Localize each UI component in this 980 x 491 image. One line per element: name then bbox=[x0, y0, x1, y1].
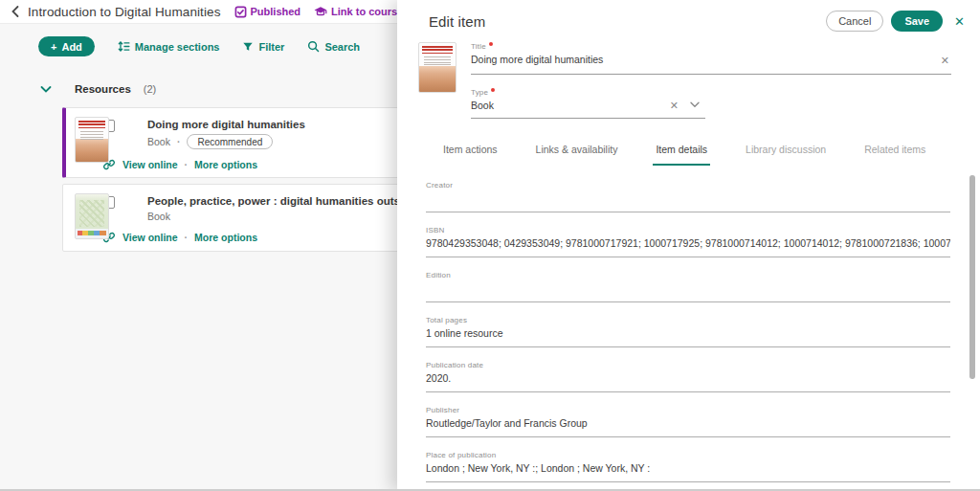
item-type: Book bbox=[147, 136, 170, 147]
book-cover-thumbnail bbox=[75, 117, 109, 163]
search-button[interactable]: Search bbox=[307, 40, 360, 53]
published-check-icon bbox=[234, 6, 247, 18]
field-label: Publication date bbox=[426, 361, 950, 369]
search-icon bbox=[307, 40, 320, 53]
tab-library-discussion[interactable]: Library discussion bbox=[743, 144, 829, 166]
collapse-section-button[interactable] bbox=[40, 85, 52, 94]
required-indicator bbox=[489, 42, 493, 46]
type-field-label: Type bbox=[471, 88, 705, 97]
published-label: Published bbox=[251, 6, 301, 17]
field-value[interactable]: 2020. bbox=[426, 372, 950, 385]
view-online-link[interactable]: View online bbox=[122, 232, 178, 243]
section-count: (2) bbox=[144, 83, 156, 95]
title-field-value[interactable]: Doing more digital humanities bbox=[471, 54, 951, 66]
type-field[interactable]: Type Book ✕ bbox=[471, 88, 705, 119]
filter-label: Filter bbox=[258, 41, 284, 53]
head-fields: Title Doing more digital humanities ✕ Ty… bbox=[471, 42, 951, 119]
total-pages-field[interactable]: Total pages 1 online resource bbox=[426, 316, 950, 347]
separator-dot: · bbox=[185, 159, 189, 170]
filter-funnel-icon bbox=[242, 41, 254, 53]
field-value[interactable]: London ; New York, NY :; London ; New Yo… bbox=[426, 462, 950, 475]
field-label: Place of publication bbox=[426, 451, 950, 459]
field-label: Publisher bbox=[426, 406, 950, 414]
cancel-button[interactable]: Cancel bbox=[826, 11, 883, 32]
resources-section-header: Resources (2) bbox=[40, 83, 156, 95]
place-of-publication-field[interactable]: Place of publication London ; New York, … bbox=[426, 451, 950, 482]
reading-list-app: Introduction to Digital Humanities Publi… bbox=[0, 0, 980, 491]
list-toolbar: + Add Manage sections Filter Search bbox=[38, 36, 360, 56]
chevron-left-icon bbox=[10, 5, 21, 18]
graduation-cap-icon bbox=[314, 6, 327, 18]
edit-panel-header: Edit item Cancel Save ✕ bbox=[397, 0, 980, 32]
plus-icon: + bbox=[51, 41, 56, 53]
required-indicator bbox=[491, 88, 495, 92]
tab-item-details[interactable]: Item details bbox=[653, 144, 710, 166]
edition-field[interactable]: Edition bbox=[426, 271, 950, 302]
field-label: Total pages bbox=[426, 316, 950, 324]
manage-sections-label: Manage sections bbox=[135, 41, 220, 53]
item-details-form: Creator ISBN 9780429353048; 0429353049; … bbox=[426, 181, 950, 482]
edit-item-panel: Edit item Cancel Save ✕ Title Doing more… bbox=[397, 0, 980, 491]
creator-field[interactable]: Creator bbox=[426, 181, 950, 212]
field-value[interactable]: Routledge/Taylor and Francis Group bbox=[426, 417, 950, 430]
field-label: Edition bbox=[426, 271, 950, 279]
type-dropdown-chevron-icon[interactable] bbox=[690, 101, 700, 108]
view-online-link[interactable]: View online bbox=[122, 159, 178, 170]
back-button[interactable] bbox=[10, 5, 21, 18]
add-button[interactable]: + Add bbox=[38, 36, 95, 56]
clear-type-icon[interactable]: ✕ bbox=[670, 100, 679, 112]
publisher-field[interactable]: Publisher Routledge/Taylor and Francis G… bbox=[426, 406, 950, 437]
chevron-down-icon bbox=[40, 85, 52, 94]
title-field-label: Title bbox=[471, 42, 951, 51]
close-icon[interactable]: ✕ bbox=[954, 14, 965, 29]
field-label: ISBN bbox=[426, 226, 950, 234]
sort-sections-icon bbox=[118, 40, 130, 53]
separator-dot: · bbox=[185, 232, 189, 243]
manage-sections-button[interactable]: Manage sections bbox=[118, 40, 220, 53]
search-label: Search bbox=[324, 41, 360, 53]
edit-item-head: Title Doing more digital humanities ✕ Ty… bbox=[418, 42, 951, 119]
panel-scrollbar-thumb[interactable] bbox=[969, 175, 975, 379]
page-title: Introduction to Digital Humanities bbox=[28, 5, 221, 19]
field-value[interactable]: 1 online resource bbox=[426, 327, 950, 340]
save-button[interactable]: Save bbox=[891, 11, 943, 32]
item-type: Book bbox=[147, 211, 170, 222]
book-cover-thumbnail bbox=[75, 193, 109, 239]
edit-panel-title: Edit item bbox=[429, 13, 826, 30]
published-status[interactable]: Published bbox=[234, 6, 301, 18]
field-value[interactable] bbox=[426, 192, 950, 205]
isbn-field[interactable]: ISBN 9780429353048; 0429353049; 97810007… bbox=[426, 226, 950, 257]
field-label: Creator bbox=[426, 181, 950, 190]
link-to-course-label: Link to course bbox=[331, 6, 403, 17]
importance-badge: Recommended bbox=[187, 134, 273, 149]
tab-links-availability[interactable]: Links & availability bbox=[533, 144, 621, 166]
field-value[interactable]: 9780429353048; 0429353049; 9781000717921… bbox=[426, 237, 950, 250]
filter-button[interactable]: Filter bbox=[242, 41, 284, 53]
more-options-link[interactable]: More options bbox=[194, 159, 257, 170]
publication-date-field[interactable]: Publication date 2020. bbox=[426, 361, 950, 392]
edit-panel-tabs: Item actions Links & availability Item d… bbox=[440, 144, 980, 166]
book-cover-thumbnail bbox=[418, 42, 457, 93]
link-to-course-button[interactable]: Link to course bbox=[314, 6, 403, 18]
add-button-label: Add bbox=[61, 41, 81, 53]
separator-dot: · bbox=[177, 136, 181, 147]
tab-related-items[interactable]: Related items bbox=[861, 144, 928, 166]
title-field[interactable]: Title Doing more digital humanities ✕ bbox=[471, 42, 951, 75]
more-options-link[interactable]: More options bbox=[194, 232, 257, 243]
section-title: Resources bbox=[75, 83, 131, 95]
field-value[interactable] bbox=[426, 282, 950, 295]
clear-title-icon[interactable]: ✕ bbox=[941, 55, 949, 67]
tab-item-actions[interactable]: Item actions bbox=[440, 144, 501, 166]
